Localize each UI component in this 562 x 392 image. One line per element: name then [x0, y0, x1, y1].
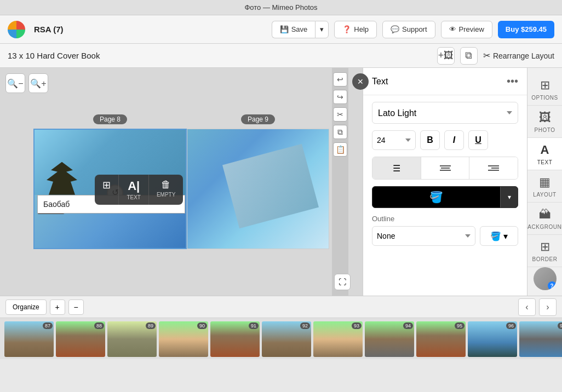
list-item[interactable]: 96 — [468, 321, 517, 357]
help-button[interactable]: ❓ Help — [334, 21, 377, 38]
italic-button[interactable]: I — [444, 130, 464, 150]
avatar[interactable]: ? — [534, 267, 557, 290]
align-center-button[interactable] — [421, 157, 470, 179]
font-selector[interactable]: Lato Light — [372, 102, 518, 124]
ctx-empty-button[interactable]: 🗑 EMPTY — [149, 175, 183, 205]
list-item[interactable]: 89 — [107, 321, 157, 357]
save-dropdown-button[interactable]: ▾ — [315, 21, 329, 38]
redo-button[interactable]: ↪ — [333, 90, 347, 104]
page9-canvas[interactable] — [187, 129, 329, 249]
outline-label: Outline — [372, 215, 518, 223]
sidebar-item-layout[interactable]: ▦ LAYOUT — [527, 170, 563, 203]
sidebar-item-options[interactable]: ⊞ OPTIONS — [527, 73, 563, 106]
support-button[interactable]: 💬 Support — [382, 21, 435, 38]
copy-icon: ⧉ — [337, 128, 343, 137]
prev-page-button[interactable]: ‹ — [518, 298, 536, 316]
sidebar-item-photo[interactable]: 🖼 PHOTO — [527, 106, 563, 138]
bold-button[interactable]: B — [420, 130, 440, 150]
close-panel-button[interactable]: ✕ — [352, 73, 369, 90]
book-title: 13 x 10 Hard Cover Book — [8, 51, 432, 60]
sidebar-item-border[interactable]: ⊞ BORDER — [527, 235, 563, 267]
list-item[interactable]: 87 — [4, 321, 54, 357]
text-color-button[interactable]: 🪣 ▾ — [372, 186, 518, 208]
rearrange-button[interactable]: ✂ Rearrange Layout — [483, 50, 554, 61]
remove-photo-button[interactable]: − — [68, 299, 84, 315]
thumb-badge-96: 96 — [506, 322, 516, 329]
outline-section: Outline None 🪣 ▾ — [372, 215, 518, 246]
list-item[interactable]: 97 — [519, 321, 562, 357]
align-right-icon — [488, 165, 499, 171]
page8-container: Page 8 Баобаб ⊞ — [33, 114, 187, 249]
next-page-button[interactable]: › — [539, 298, 557, 316]
outline-color-button[interactable]: 🪣 ▾ — [480, 226, 518, 246]
thumb-badge-94: 94 — [403, 322, 413, 329]
preview-button[interactable]: 👁 Preview — [441, 21, 492, 38]
align-right-button[interactable] — [469, 157, 518, 179]
second-toolbar: 13 x 10 Hard Cover Book +🖼 ⧉ ✂ Rearrange… — [0, 44, 562, 68]
rearrange-icon: ✂ — [483, 50, 490, 61]
list-item[interactable]: 90 — [159, 321, 208, 357]
paste-button[interactable]: 📋 — [333, 142, 347, 157]
titlebar: Фото — Mimeo Photos — [0, 0, 562, 15]
side-panel: ⊞ OPTIONS 🖼 PHOTO A TEXT ▦ LAYOUT 🏔 BACK… — [527, 68, 562, 296]
zoom-in-button[interactable]: 🔍+ — [28, 73, 48, 93]
page8-badge: Page 8 — [93, 114, 127, 124]
page9-image — [187, 129, 329, 249]
filmstrip-area: Organize + − ‹ › 87 88 89 90 91 92 — [0, 296, 562, 359]
page9-container: Page 9 — [187, 114, 329, 249]
align-left-button[interactable]: ☰ — [372, 157, 421, 179]
expand-button[interactable]: ⛶ — [334, 274, 351, 290]
top-toolbar: RSA (7) 💾 Save ▾ ❓ Help 💬 Support 👁 Prev… — [0, 15, 562, 44]
save-button[interactable]: 💾 Save — [272, 21, 316, 38]
copy-button[interactable]: ⧉ — [333, 125, 347, 139]
zoom-out-button[interactable]: 🔍− — [5, 73, 25, 93]
list-item[interactable]: 95 — [416, 321, 466, 357]
filmstrip-images: 87 88 89 90 91 92 93 94 — [0, 318, 562, 360]
underline-button[interactable]: U — [468, 130, 488, 150]
buy-button[interactable]: Buy $259.45 — [498, 21, 554, 38]
format-row: 24 B I U — [372, 130, 518, 150]
sidebar-item-text[interactable]: A TEXT — [527, 138, 563, 170]
redo-icon: ↪ — [337, 93, 343, 101]
undo-button[interactable]: ↩ — [333, 72, 347, 87]
outline-select[interactable]: None — [372, 226, 475, 246]
preview-icon: 👁 — [449, 25, 456, 33]
thumb-badge-87: 87 — [43, 322, 53, 329]
color-dropdown-button[interactable]: ▾ — [500, 186, 518, 208]
thumb-badge-91: 91 — [249, 322, 259, 329]
add-photo-button[interactable]: + — [50, 299, 65, 315]
ctx-resize-button[interactable]: ⊞ — [95, 175, 119, 205]
options-icon: ⊞ — [540, 78, 550, 93]
save-group: 💾 Save ▾ — [272, 21, 329, 38]
pages-container: Page 8 Баобаб ⊞ — [0, 68, 363, 296]
outline-fill-icon: 🪣 — [490, 231, 501, 241]
main-area: 🔍− 🔍+ Page 8 Баобаб — [0, 68, 562, 296]
filmstrip-toolbar: Organize + − ‹ › — [0, 296, 562, 318]
ctx-text-button[interactable]: A| TEXT — [119, 175, 149, 205]
border-icon: ⊞ — [540, 240, 550, 254]
list-item[interactable]: 94 — [365, 321, 414, 357]
thumb-badge-88: 88 — [94, 322, 104, 329]
cut-button[interactable]: ✂ — [333, 107, 347, 122]
panel-more-button[interactable]: ••• — [507, 75, 518, 88]
zoom-in-icon: 🔍+ — [30, 78, 46, 89]
thumb-badge-93: 93 — [352, 322, 362, 329]
help-icon: ❓ — [342, 25, 351, 33]
canvas-area: 🔍− 🔍+ Page 8 Баобаб — [0, 68, 363, 296]
font-size-selector[interactable]: 24 — [372, 130, 416, 150]
panel-body: Lato Light 24 B I U ☰ — [363, 95, 527, 259]
add-page-button[interactable]: +🖼 — [437, 47, 455, 65]
list-item[interactable]: 91 — [210, 321, 260, 357]
color-row: 🪣 ▾ — [372, 186, 518, 208]
app-title: RSA (7) — [34, 25, 266, 34]
page8-canvas[interactable]: Баобаб ⊞ A| TEXT 🗑 EMPTY — [33, 129, 187, 249]
list-item[interactable]: 93 — [313, 321, 363, 357]
sidebar-item-background[interactable]: 🏔 BACKGROUND — [527, 203, 563, 235]
list-item[interactable]: 88 — [56, 321, 105, 357]
organize-button[interactable]: Organize — [5, 299, 47, 315]
align-left-icon: ☰ — [393, 163, 400, 174]
undo-redo-strip: ↩ ↪ ✂ ⧉ 📋 — [332, 68, 348, 296]
list-item[interactable]: 92 — [262, 321, 311, 357]
duplicate-page-button[interactable]: ⧉ — [460, 47, 478, 65]
resize-icon: ⊞ — [102, 179, 111, 191]
